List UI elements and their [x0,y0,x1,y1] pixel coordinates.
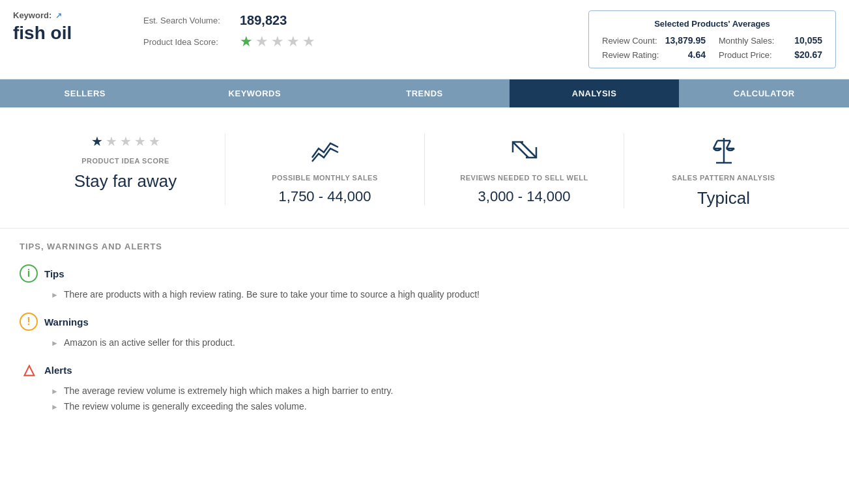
warning-icon: ! [20,313,38,331]
page-header: Keyword: ↗ fish oil Est. Search Volume: … [0,0,849,79]
alerts-group: △ Alerts ► The average review volume is … [20,361,829,412]
est-search-volume-label: Est. Search Volume: [143,16,235,25]
card-star-1: ★ [91,133,103,149]
alerts-header: △ Alerts [20,361,829,379]
svg-line-1 [521,142,536,158]
monthly-sales-label: Monthly Sales: [719,36,774,46]
card-star-5: ★ [149,133,160,149]
warnings-header: ! Warnings [20,313,829,331]
review-rating-value: 4.64 [688,49,706,60]
scale-icon [708,133,740,166]
card-star-3: ★ [120,133,132,149]
tips-title-label: Tips [44,268,65,279]
star-5: ★ [302,33,315,50]
tab-trends[interactable]: TRENDS [339,79,510,107]
product-idea-score-value: Stay far away [74,171,177,191]
tab-keywords[interactable]: KEYWORDS [170,79,340,107]
card-star-4: ★ [134,133,146,149]
alerts-items: ► The average review volume is extremely… [20,385,829,412]
review-count-row: Review Count: 13,879.95 [602,35,706,46]
external-link-icon[interactable]: ↗ [55,11,62,20]
review-count-value: 13,879.95 [665,35,706,46]
monthly-sales-value: 10,055 [794,35,822,46]
selected-products-title: Selected Products' Averages [602,19,822,29]
star-2: ★ [255,33,268,50]
warnings-title-label: Warnings [44,316,89,328]
tips-group: i Tips ► There are products with a high … [20,264,829,300]
keyword-label: Keyword: ↗ [13,10,104,20]
reviews-needed-value: 3,000 - 14,000 [478,188,571,205]
review-count-label: Review Count: [602,36,657,46]
product-idea-score-label: PRODUCT IDEA SCORE [81,157,169,165]
est-search-volume-value: 189,823 [240,13,287,28]
product-price-value: $20.67 [794,49,822,60]
chevron-right-icon: ► [51,339,59,348]
warnings-group: ! Warnings ► Amazon is an active seller … [20,313,829,348]
sales-pattern-card: SALES PATTERN ANALYSIS Typical [624,133,823,208]
product-idea-score-row: Product Idea Score: ★ ★ ★ ★ ★ [143,33,315,50]
tips-items: ► There are products with a high review … [20,289,829,300]
monthly-sales-card: POSSIBLE MONTHLY SALES 1,750 - 44,000 [225,133,424,205]
analysis-content: ★ ★ ★ ★ ★ PRODUCT IDEA SCORE Stay far aw… [0,107,849,451]
tab-bar: SELLERS KEYWORDS TRENDS ANALYSIS CALCULA… [0,79,849,107]
star-1: ★ [240,33,253,50]
chevron-right-icon: ► [51,290,59,300]
reviews-needed-label: REVIEWS NEEDED TO SELL WELL [460,174,588,182]
svg-line-7 [727,141,730,148]
tab-analysis[interactable]: ANALYSIS [510,79,680,107]
tips-header: i Tips [20,264,829,283]
star-4: ★ [287,33,300,50]
alerts-title-label: Alerts [44,365,72,376]
alert-item-1: ► The average review volume is extremely… [51,385,829,396]
tips-section-title: TIPS, WARNINGS AND ALERTS [20,242,829,251]
sales-pattern-value: Typical [697,188,750,208]
keyword-label-text: Keyword: [13,10,51,20]
keyword-section: Keyword: ↗ fish oil [13,10,104,44]
info-icon: i [20,264,38,283]
review-rating-label: Review Rating: [602,50,659,60]
review-rating-row: Review Rating: 4.64 [602,49,706,60]
svg-line-0 [513,142,528,158]
est-search-volume-row: Est. Search Volume: 189,823 [143,13,315,28]
monthly-sales-row: Monthly Sales: 10,055 [719,35,822,46]
product-idea-score-card: ★ ★ ★ ★ ★ PRODUCT IDEA SCORE Stay far aw… [26,133,225,191]
reviews-needed-card: REVIEWS NEEDED TO SELL WELL 3,000 - 14,0… [424,133,624,205]
analysis-metrics-row: ★ ★ ★ ★ ★ PRODUCT IDEA SCORE Stay far aw… [0,120,849,229]
chevron-right-icon: ► [51,387,59,396]
arrows-icon [509,133,540,166]
product-price-label: Product Price: [719,50,772,60]
star-3: ★ [271,33,284,50]
monthly-sales-label: POSSIBLE MONTHLY SALES [272,174,378,182]
card-stars-product-idea: ★ ★ ★ ★ ★ [91,133,160,149]
alert-item-2: ► The review volume is generally exceedi… [51,401,829,412]
header-metrics: Est. Search Volume: 189,823 Product Idea… [143,10,315,50]
product-idea-score-label: Product Idea Score: [143,37,235,47]
tips-section: TIPS, WARNINGS AND ALERTS i Tips ► There… [0,229,849,438]
warning-item-1: ► Amazon is an active seller for this pr… [51,337,829,348]
tab-calculator[interactable]: CALCULATOR [679,79,849,107]
chevron-right-icon: ► [51,402,59,412]
keyword-value: fish oil [13,23,104,44]
header-stars: ★ ★ ★ ★ ★ [240,33,315,50]
card-star-2: ★ [106,133,117,149]
selected-products-grid: Review Count: 13,879.95 Monthly Sales: 1… [602,35,822,60]
monthly-sales-value: 1,750 - 44,000 [279,188,371,205]
product-price-row: Product Price: $20.67 [719,49,822,60]
alert-triangle-icon: △ [20,361,38,379]
svg-line-5 [713,141,717,148]
tab-sellers[interactable]: SELLERS [0,79,170,107]
sales-pattern-label: SALES PATTERN ANALYSIS [672,174,775,182]
selected-products-box: Selected Products' Averages Review Count… [588,10,836,68]
warnings-items: ► Amazon is an active seller for this pr… [20,337,829,348]
tip-item-1: ► There are products with a high review … [51,289,829,300]
chart-icon [309,133,341,166]
